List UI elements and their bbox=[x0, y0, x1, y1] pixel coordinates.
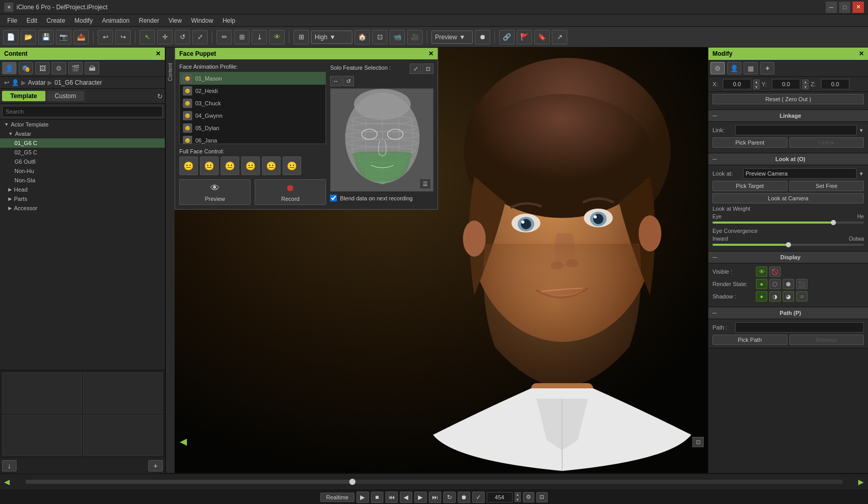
set-free-btn[interactable]: Set Free bbox=[789, 181, 864, 191]
menu-help[interactable]: Help bbox=[219, 16, 240, 25]
face-icon-5[interactable]: 😐 bbox=[262, 156, 281, 175]
render-solid-btn[interactable]: ⬢ bbox=[783, 279, 794, 289]
frame-spin-down[interactable]: ▼ bbox=[515, 497, 521, 502]
record-playback-btn[interactable]: ⏺ bbox=[458, 492, 470, 503]
display-section-header[interactable]: ─ Display bbox=[708, 251, 868, 263]
solo-collapse[interactable]: ⊡ bbox=[422, 64, 433, 74]
timeline-left-arrow[interactable]: ◀ bbox=[180, 436, 187, 447]
prev-frame-button[interactable]: ◀ bbox=[400, 492, 412, 503]
toolbar-new[interactable]: 📄 bbox=[3, 30, 19, 44]
render-normal-btn[interactable]: ● bbox=[756, 279, 767, 289]
content-panel-close[interactable]: ✕ bbox=[156, 50, 161, 57]
timeline-end-arrow[interactable]: ▶ bbox=[858, 478, 864, 486]
tree-head[interactable]: ▶ Head bbox=[0, 185, 165, 194]
look-at-dropdown-arrow[interactable]: ▼ bbox=[859, 171, 864, 177]
toolbar-cam2[interactable]: 🎥 bbox=[407, 30, 423, 44]
x-spin-down[interactable]: ▼ bbox=[753, 85, 760, 89]
look-at-weight-slider[interactable] bbox=[712, 222, 864, 224]
tab-refresh[interactable]: ↻ bbox=[157, 92, 163, 100]
toolbar-rotate[interactable]: ↺ bbox=[175, 30, 190, 44]
frame-spin-up[interactable]: ▲ bbox=[515, 492, 521, 497]
tab-image[interactable]: 🖼 bbox=[35, 62, 50, 74]
profile-chuck[interactable]: 😊 03_Chuck bbox=[180, 97, 326, 109]
face-icon-1[interactable]: 😐 bbox=[179, 156, 198, 175]
toolbar-redo[interactable]: ↪ bbox=[115, 30, 131, 44]
look-at-section-header[interactable]: ─ Look at (O) bbox=[708, 153, 868, 165]
look-at-camera-btn[interactable]: Look at Camera bbox=[712, 193, 864, 203]
thumb-4[interactable] bbox=[83, 415, 163, 456]
fast-forward-button[interactable]: ⏭ bbox=[429, 492, 441, 503]
y-input[interactable] bbox=[772, 79, 800, 89]
toolbar-undo[interactable]: ↩ bbox=[98, 30, 113, 44]
tab-motion[interactable]: 🎭 bbox=[19, 62, 33, 74]
frame-input[interactable] bbox=[487, 492, 513, 502]
x-spinner[interactable]: ▲ ▼ bbox=[753, 80, 760, 89]
rotate-reset-btn[interactable]: ↺ bbox=[343, 76, 354, 86]
path-input[interactable] bbox=[735, 322, 864, 333]
toolbar-scale[interactable]: ⤢ bbox=[192, 30, 208, 44]
eye-convergence-slider[interactable] bbox=[712, 244, 864, 246]
pick-path-btn[interactable]: Pick Path bbox=[712, 335, 787, 345]
shadow-cast-btn[interactable]: ◑ bbox=[769, 291, 781, 302]
tab-motion2[interactable]: 🎬 bbox=[68, 62, 83, 74]
visible-on-btn[interactable]: 👁 bbox=[756, 266, 767, 277]
look-at-input[interactable] bbox=[743, 168, 857, 179]
z-input[interactable] bbox=[821, 79, 849, 89]
content-strip-label[interactable]: Content bbox=[167, 63, 173, 81]
tab-template[interactable]: Template bbox=[2, 91, 45, 101]
linkage-section-header[interactable]: ─ Linkage bbox=[708, 110, 868, 122]
timeline-scrubber[interactable] bbox=[349, 479, 355, 485]
y-spinner[interactable]: ▲ ▼ bbox=[802, 80, 809, 89]
x-spin-up[interactable]: ▲ bbox=[753, 80, 760, 84]
tree-02-g5[interactable]: 02_G5 C bbox=[0, 148, 165, 157]
menu-file[interactable]: File bbox=[3, 16, 21, 25]
modify-tab-avatar[interactable]: 👤 bbox=[727, 62, 741, 74]
face-icon-3[interactable]: 😐 bbox=[221, 156, 239, 175]
tree-non-sta[interactable]: Non-Sta bbox=[0, 176, 165, 185]
rotate-face-btn[interactable]: ↔ bbox=[330, 76, 342, 86]
toolbar-save[interactable]: 💾 bbox=[38, 30, 54, 44]
toolbar-link[interactable]: 🔗 bbox=[499, 30, 515, 44]
menu-modify[interactable]: Modify bbox=[70, 16, 97, 25]
playback-settings-btn[interactable]: ⚙ bbox=[523, 492, 534, 502]
menu-view[interactable]: View bbox=[164, 16, 186, 25]
stop-button[interactable]: ■ bbox=[371, 492, 383, 503]
next-frame-button[interactable]: ▶ bbox=[414, 492, 427, 503]
window-controls[interactable]: ─ □ ✕ bbox=[826, 2, 864, 13]
tree-actor-template[interactable]: ▼ Actor Template bbox=[0, 120, 165, 129]
modify-tab-transform[interactable]: ⚙ bbox=[710, 62, 725, 74]
quality-dropdown[interactable]: High ▼ bbox=[311, 30, 352, 44]
close-button[interactable]: ✕ bbox=[853, 2, 864, 13]
tab-custom[interactable]: Custom bbox=[47, 91, 84, 101]
tree-accessories[interactable]: ▶ Accessor bbox=[0, 203, 165, 213]
frame-spinner[interactable]: ▲ ▼ bbox=[515, 492, 521, 502]
link-input[interactable] bbox=[735, 125, 857, 135]
toolbar-align[interactable]: ⊞ bbox=[234, 30, 250, 44]
breadcrumb-avatar[interactable]: Avatar bbox=[28, 79, 45, 86]
maximize-button[interactable]: □ bbox=[839, 2, 850, 13]
tree-parts[interactable]: ▶ Parts bbox=[0, 194, 165, 203]
minimize-button[interactable]: ─ bbox=[826, 2, 837, 13]
pick-parent-btn[interactable]: Pick Parent bbox=[712, 137, 787, 148]
visible-off-btn[interactable]: 🚫 bbox=[769, 266, 781, 277]
play-button[interactable]: ▶ bbox=[357, 492, 369, 503]
shadow-off-btn[interactable]: ○ bbox=[796, 291, 808, 302]
shadow-receive-btn[interactable]: ◕ bbox=[783, 291, 794, 302]
content-strip[interactable]: Content bbox=[165, 48, 175, 473]
tree-g6-outfit[interactable]: G6 Outfi bbox=[0, 157, 165, 166]
profile-heidi[interactable]: 😊 02_Heidi bbox=[180, 85, 326, 97]
tab-scene[interactable]: ⚙ bbox=[52, 62, 66, 74]
thumb-2[interactable] bbox=[83, 372, 163, 414]
blend-checkbox[interactable] bbox=[330, 195, 337, 201]
render-wire-btn[interactable]: ⬡ bbox=[769, 279, 781, 289]
modify-tab-fx[interactable]: ✦ bbox=[760, 62, 774, 74]
tree-01-g6[interactable]: 01_G6 C bbox=[0, 138, 165, 148]
playback-options-btn[interactable]: ⊡ bbox=[536, 492, 548, 502]
add-button[interactable]: + bbox=[148, 460, 163, 471]
profile-mason[interactable]: 😊 01_Mason bbox=[180, 72, 326, 85]
tab-actor[interactable]: 👤 bbox=[2, 62, 17, 74]
solo-expand[interactable]: ⤢ bbox=[410, 64, 421, 74]
timeline-start-arrow[interactable]: ◀ bbox=[4, 478, 10, 486]
toolbar-fit[interactable]: ⊡ bbox=[372, 30, 388, 44]
toolbar-export[interactable]: 📤 bbox=[73, 30, 89, 44]
